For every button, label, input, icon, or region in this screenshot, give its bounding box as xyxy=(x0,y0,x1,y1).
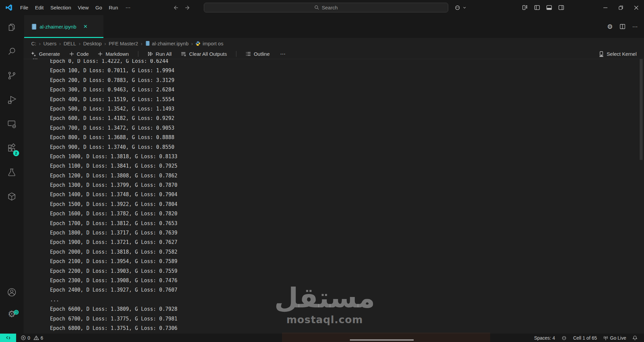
run-debug-icon xyxy=(7,95,17,105)
breadcrumb-drive[interactable]: C: xyxy=(31,41,36,46)
account-icon xyxy=(7,287,17,297)
plus-icon xyxy=(98,51,103,56)
breadcrumb-symbol[interactable]: import os xyxy=(195,41,223,46)
breadcrumb-separator: › xyxy=(79,41,81,46)
breadcrumb-users[interactable]: Users xyxy=(43,41,56,46)
menu-file[interactable]: File xyxy=(17,3,32,12)
split-editor-icon[interactable] xyxy=(619,24,626,30)
output-line: Epoch 2000, D Loss: 1.3818, G Loss: 0.75… xyxy=(50,247,587,257)
cell-position-indicator[interactable]: Cell 1 of 65 xyxy=(570,334,600,342)
explorer-icon xyxy=(7,22,17,32)
breadcrumb-file[interactable]: al-zhaimer.ipynb xyxy=(145,41,188,46)
output-line: Epoch 1200, D Loss: 1.3808, G Loss: 0.78… xyxy=(50,171,587,180)
add-code-label: Code xyxy=(77,51,89,57)
output-line: Epoch 2200, D Loss: 1.3903, G Loss: 0.75… xyxy=(50,266,587,276)
outline-button[interactable]: Outline xyxy=(245,51,270,57)
copilot-menu[interactable] xyxy=(454,0,466,15)
sidebar-item-package[interactable] xyxy=(0,184,24,209)
spaces-indicator[interactable]: Spaces: 4 xyxy=(531,334,558,342)
sidebar-item-settings[interactable]: ⚙ xyxy=(0,310,24,319)
breadcrumb-file-label: al-zhaimer.ipynb xyxy=(152,41,188,46)
go-live-button[interactable]: Go Live xyxy=(600,334,629,342)
error-icon xyxy=(21,335,26,340)
forward-arrow-icon[interactable] xyxy=(185,5,191,11)
menu-go[interactable]: Go xyxy=(92,3,105,12)
toggle-primary-sidebar-icon[interactable] xyxy=(534,4,540,11)
menu-overflow-icon[interactable]: ⋯ xyxy=(122,3,135,12)
toolbar-more-icon[interactable]: ⋯ xyxy=(280,51,286,57)
notifications-bell[interactable] xyxy=(629,334,641,342)
minimize-button[interactable] xyxy=(598,0,613,15)
sidebar-item-search[interactable] xyxy=(0,39,24,63)
output-line: Epoch 2400, D Loss: 1.3927, G Loss: 0.76… xyxy=(50,285,587,295)
breadcrumb-desktop[interactable]: Desktop xyxy=(83,41,102,46)
output-line: Epoch 300, D Loss: 0.9463, G Loss: 2.628… xyxy=(50,85,587,94)
restore-button[interactable] xyxy=(613,0,629,15)
output-line: Epoch 700, D Loss: 1.3472, G Loss: 0.905… xyxy=(50,123,587,133)
remote-indicator[interactable] xyxy=(0,334,16,342)
menu-selection[interactable]: Selection xyxy=(47,3,75,12)
output-line: Epoch 1400, D Loss: 1.3748, G Loss: 0.79… xyxy=(50,190,587,199)
toggle-panel-icon[interactable] xyxy=(546,4,552,11)
vertical-scrollbar[interactable] xyxy=(640,59,643,160)
tab-close-icon[interactable]: ✕ xyxy=(83,24,88,30)
search-sidebar-icon xyxy=(7,46,17,56)
extensions-badge: 2 xyxy=(13,150,19,156)
close-button[interactable] xyxy=(629,0,644,15)
output-line: Epoch 400, D Loss: 1.1519, G Loss: 1.555… xyxy=(50,95,587,104)
search-icon xyxy=(314,5,319,10)
toolbar-divider xyxy=(236,51,236,57)
select-kernel-label: Select Kernel xyxy=(607,51,637,57)
python-icon xyxy=(195,41,200,46)
problems-indicator[interactable]: 0 6 xyxy=(16,334,46,342)
sidebar-item-extensions[interactable]: 2 xyxy=(0,136,24,160)
breadcrumb-dell[interactable]: DELL xyxy=(63,41,76,46)
output-line: Epoch 600, D Loss: 1.4182, G Loss: 0.929… xyxy=(50,114,587,123)
sidebar-item-accounts[interactable] xyxy=(0,287,24,297)
title-bar: File Edit Selection View Go Run ⋯ Search xyxy=(0,0,644,15)
customize-layout-icon[interactable] xyxy=(522,4,528,11)
sidebar-item-run-debug[interactable] xyxy=(0,88,24,112)
chevron-down-icon xyxy=(463,6,466,9)
sidebar-item-source-control[interactable] xyxy=(0,63,24,88)
back-arrow-icon[interactable] xyxy=(173,5,179,11)
sidebar-item-remote-explorer[interactable] xyxy=(0,112,24,136)
output-line: Epoch 1900, D Loss: 1.3721, G Loss: 0.76… xyxy=(50,238,587,247)
editor-more-actions-icon[interactable]: ⋯ xyxy=(632,24,638,30)
output-line: Epoch 800, D Loss: 1.3688, G Loss: 0.888… xyxy=(50,133,587,142)
add-markdown-label: Markdown xyxy=(105,51,129,57)
sidebar-item-explorer[interactable] xyxy=(0,15,24,39)
search-input[interactable]: Search xyxy=(204,3,448,12)
output-line: Epoch 1300, D Loss: 1.3799, G Loss: 0.78… xyxy=(50,180,587,190)
copilot-status[interactable] xyxy=(558,334,570,342)
notebook-settings-icon[interactable]: ⚙ xyxy=(607,24,613,30)
run-all-icon xyxy=(147,51,153,57)
package-box-icon xyxy=(7,191,17,202)
run-all-label: Run All xyxy=(156,51,172,57)
select-kernel-button[interactable]: Select Kernel xyxy=(599,49,637,59)
breadcrumb-symbol-label: import os xyxy=(202,41,223,46)
breadcrumb-separator: › xyxy=(104,41,106,46)
breadcrumb-separator: › xyxy=(59,41,61,46)
sidebar-item-testing[interactable] xyxy=(0,160,24,184)
source-control-icon xyxy=(7,71,17,81)
add-code-cell-button[interactable]: Code xyxy=(69,51,89,57)
menu-run[interactable]: Run xyxy=(105,3,122,12)
breadcrumb-separator: › xyxy=(141,41,142,46)
menu-edit[interactable]: Edit xyxy=(32,3,47,12)
output-line: Epoch 6600, D Loss: 1.3809, G Loss: 0.79… xyxy=(50,304,587,314)
clear-all-outputs-button[interactable]: Clear All Outputs xyxy=(181,51,227,57)
menu-view[interactable]: View xyxy=(75,3,92,12)
run-all-button[interactable]: Run All xyxy=(147,51,172,57)
cell-actions-more-icon[interactable]: ⋯ xyxy=(33,56,38,62)
breadcrumb-pfe-master2[interactable]: PFE Master2 xyxy=(109,41,138,46)
settings-clock-badge-icon xyxy=(14,310,19,315)
cell-output[interactable]: Epoch 0, D Loss: 1.4222, G Loss: 0.6244E… xyxy=(50,56,587,332)
add-markdown-cell-button[interactable]: Markdown xyxy=(98,51,129,57)
bell-icon xyxy=(632,335,638,341)
toggle-secondary-sidebar-icon[interactable] xyxy=(558,4,564,11)
output-line: Epoch 1700, D Loss: 1.3812, G Loss: 0.76… xyxy=(50,219,587,228)
toolbar-divider xyxy=(138,51,138,57)
copilot-icon xyxy=(454,4,461,11)
tab-al-zhaimer[interactable]: al-zhaimer.ipynb ✕ xyxy=(24,15,103,38)
